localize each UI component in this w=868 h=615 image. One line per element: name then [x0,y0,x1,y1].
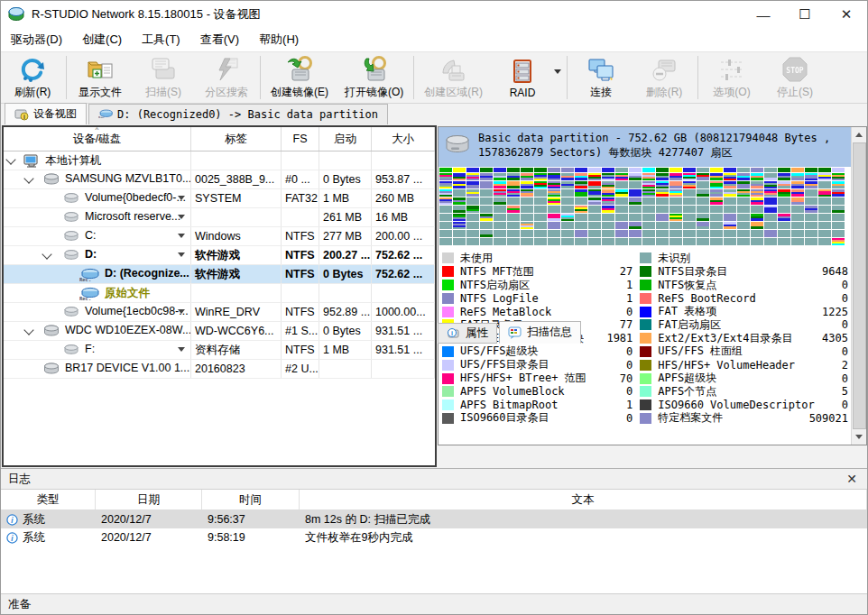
toolbar-button-create-image[interactable]: 创建镜像(E) [263,52,337,103]
tab-recognized-partition[interactable]: Rec.D: (Recognized0) -> Basic data parti… [88,104,388,124]
column-header-3[interactable]: 启动 [319,127,372,151]
column-header-2[interactable]: FS [282,127,319,151]
table-row--[interactable]: Rec.原始文件 [4,284,435,303]
minimize-button[interactable]: — [743,1,784,28]
block-cell [466,173,479,180]
svg-text:STOP: STOP [786,67,803,75]
block-cell [737,222,750,229]
log-column-header-0[interactable]: 类型 [1,490,96,509]
table-row-d-recognize-[interactable]: Rec.D: (Recognize...软件游戏NTFS0 Bytes752.6… [4,265,435,284]
legend-count: 27 [614,265,633,278]
device-table-header: 设备/磁盘^标签FS启动大小 [4,127,435,151]
boot-cell: 0 Bytes [319,265,372,283]
chevron-down-icon[interactable] [5,154,15,164]
close-button[interactable]: ✕ [826,1,867,28]
block-cell [629,181,642,188]
tab-scan-information[interactable]: 扫描信息 [499,321,581,344]
block-cell [683,197,696,205]
block-cell [832,197,845,205]
table-row-microsoft-reserve-[interactable]: Microsoft reserve...261 MB16 MB [4,208,435,227]
toolbar-button-scan[interactable]: 扫描(S) [132,52,195,103]
block-cell [818,206,831,213]
column-header-1[interactable]: 标签 [191,127,282,151]
block-cell [439,206,452,213]
menu-item-2[interactable]: 工具(T) [132,29,190,50]
row-dropdown-icon[interactable] [178,215,185,219]
legend-left-item-12: ISO9660目录条目0 [442,412,633,426]
log-column-header-1[interactable]: 日期 [96,490,202,509]
row-dropdown-icon[interactable] [178,309,185,314]
legend-color-chip [640,319,651,330]
scrollbar-thumb[interactable] [853,142,866,429]
block-cell [697,214,709,221]
menu-item-3[interactable]: 查看(V) [190,29,249,50]
tab-properties[interactable]: i属性 [438,323,497,344]
chevron-down-icon[interactable] [23,173,33,183]
column-header-4[interactable]: 大小 [372,127,435,151]
table-row-d-[interactable]: D:软件游戏NTFS200.27 ...752.62 ... [4,246,435,265]
table-row-volume-0bedecf0-[interactable]: Volume{0bedecf0-...SYSTEMFAT321 MB260 MB [4,189,435,208]
scroll-up-icon[interactable] [852,127,866,142]
table-row-samsung-mzvlb1t0-[interactable]: SAMSUNG MZVLB1T0...0025_388B_9...#0 ...0… [4,170,435,189]
block-cell [575,197,587,205]
legend-label: APFS BitmapRoot [460,399,558,411]
chevron-down-icon[interactable] [23,325,33,335]
row-dropdown-icon[interactable] [178,234,185,238]
table-row--[interactable]: 本地计算机 [4,151,435,170]
log-column-header-3[interactable]: 文本 [300,490,867,509]
toolbar-button-options[interactable]: 选项(O) [700,52,763,103]
log-close-icon[interactable]: ✕ [844,472,860,486]
toolbar-button-partition-search[interactable]: 分区搜索 [195,52,258,103]
row-dropdown-icon[interactable] [178,252,185,257]
toolbar-button-refresh[interactable]: 刷新(R) [1,52,64,103]
table-row-volume-1ecb0c98-[interactable]: Volume{1ecb0c98-...WinRE_DRVNTFS952.89 .… [4,303,435,322]
column-header-0[interactable]: 设备/磁盘^ [4,127,191,151]
toolbar-button-open-image[interactable]: 打开镜像(O) [337,52,411,103]
raid-dropdown-icon[interactable] [554,52,565,103]
legend-color-chip [442,360,454,371]
block-cell [656,173,669,180]
log-type-cell: i系统 [1,512,96,528]
svg-text:Rec.: Rec. [98,115,107,118]
row-dropdown-icon[interactable] [178,196,185,200]
log-column-header-2[interactable]: 时间 [202,490,300,509]
toolbar-button-stop[interactable]: STOP停止(S) [763,52,826,103]
menu-item-0[interactable]: 驱动器(D) [1,29,72,50]
toolbar-button-connect[interactable]: 连接 [569,52,633,103]
block-cell [439,189,452,197]
block-cell [697,238,709,245]
block-cell [480,222,493,229]
block-cell [534,189,547,197]
log-text-cell: 文件枚举在9秒内完成 [300,530,867,546]
block-cell [507,173,520,180]
legend-color-chip [640,252,651,263]
scan-header[interactable]: Basic data partition - 752.62 GB (808121… [439,127,851,167]
toolbar-button-create-region[interactable]: 创建区域(R) [416,52,491,103]
table-row-f-[interactable]: F:资料存储NTFS1 MB931.51 ... [4,341,435,360]
log-row-1[interactable]: i系统2020/12/79:58:19文件枚举在9秒内完成 [1,528,867,546]
menu-item-4[interactable]: 帮助(H) [249,29,309,50]
legend-count: 77 [614,318,633,331]
block-cell [548,214,560,221]
scroll-down-icon[interactable] [852,429,866,445]
log-row-0[interactable]: i系统2020/12/79:56:378m 12s 的 D: 扫描已完成 [1,510,867,528]
block-cell [710,238,723,245]
toolbar-button-delete[interactable]: 删除(R) [633,52,696,103]
table-row-wdc-wd10ezex-08w-[interactable]: WDC WD10EZEX-08W...WD-WCC6Y6...#1 S...0 … [4,322,435,341]
menu-item-1[interactable]: 创建(C) [72,29,132,50]
maximize-button[interactable]: ☐ [784,1,826,28]
toolbar-button-label: 显示文件 [78,85,122,100]
row-dropdown-icon[interactable] [178,347,185,352]
block-cell [764,173,777,180]
raid-icon [508,57,537,86]
legend-label: NTFS启动扇区 [460,278,530,293]
block-cell [439,214,452,221]
toolbar-button-show-files[interactable]: 显示文件 [69,52,132,103]
block-cell [602,206,614,213]
chevron-down-icon[interactable] [42,249,51,259]
table-row-br17-device-v1-00-1-[interactable]: BR17 DEVICE V1.00 1....20160823#2 U... [4,360,435,379]
toolbar-button-raid[interactable]: RAID [491,52,554,103]
table-row-c-[interactable]: C:WindowsNTFS277 MB200.00 ... [4,227,435,246]
scan-panel-scrollbar[interactable] [851,127,866,445]
tab-device-view[interactable]: i设备视图 [5,103,87,124]
